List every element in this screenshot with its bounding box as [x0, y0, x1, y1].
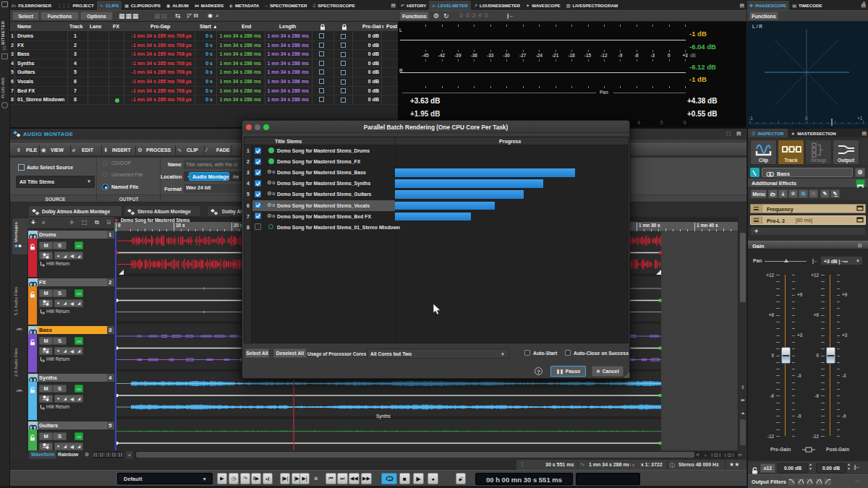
svg-text:Synths: Synths [376, 414, 391, 419]
svg-text:-1: -1 [749, 116, 753, 121]
svg-text:0: 0 [805, 116, 808, 121]
svg-text:+1: +1 [857, 116, 863, 121]
